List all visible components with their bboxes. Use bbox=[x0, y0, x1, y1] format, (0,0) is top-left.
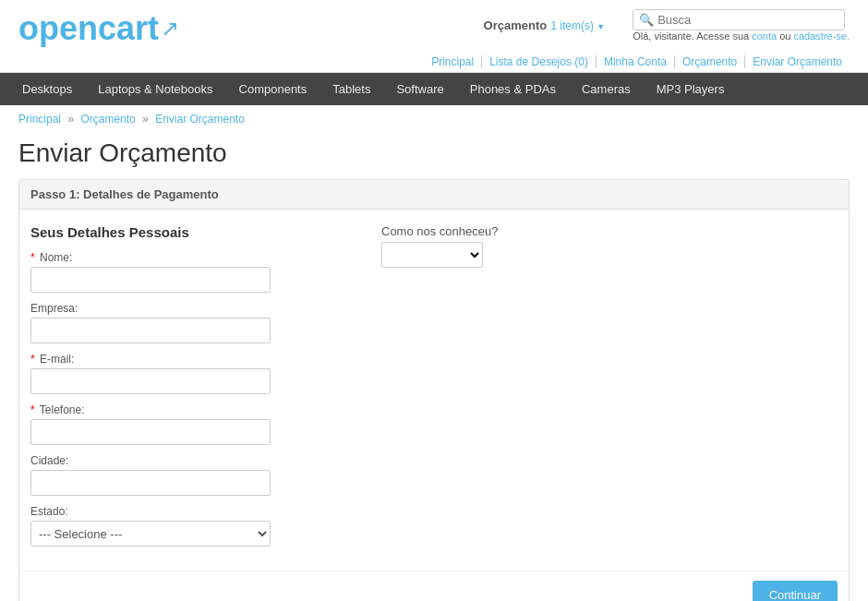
cadastre-link[interactable]: cadastre-se. bbox=[793, 30, 850, 42]
form-group-telefone: * Telefone: bbox=[30, 403, 344, 445]
nav-laptops[interactable]: Laptops & Notebooks bbox=[85, 73, 225, 105]
cart-label: Orçamento bbox=[484, 18, 548, 32]
required-star-email: * bbox=[30, 353, 35, 366]
nav-components[interactable]: Components bbox=[226, 73, 320, 105]
visitor-info: Olá, visitante. Acesse sua conta ou cada… bbox=[633, 30, 850, 42]
nav-phones[interactable]: Phones & PDAs bbox=[457, 73, 569, 105]
form-group-email: * E-mail: bbox=[30, 353, 344, 394]
form-group-nome: * Nome: bbox=[30, 251, 344, 293]
cart-items[interactable]: 1 item(s) ▼ bbox=[550, 19, 605, 32]
select-how[interactable] bbox=[381, 242, 483, 268]
continue-button[interactable]: Continuar bbox=[753, 581, 838, 601]
label-estado: Estado: bbox=[30, 505, 344, 518]
top-nav: Principal Lista de Desejos (0) Minha Con… bbox=[0, 52, 868, 73]
step1-body: Seus Detalhes Pessoais * Nome: Empresa: … bbox=[19, 210, 849, 571]
label-empresa: Empresa: bbox=[30, 302, 344, 315]
step1-panel: Passo 1: Detalhes de Pagamento Seus Deta… bbox=[18, 179, 850, 601]
form-right: Como nos conheceu? bbox=[381, 224, 838, 556]
continue-area: Continuar bbox=[19, 571, 849, 601]
content-area: Passo 1: Detalhes de Pagamento Seus Deta… bbox=[0, 179, 868, 601]
top-nav-principal[interactable]: Principal bbox=[424, 55, 482, 68]
nav-tablets[interactable]: Tablets bbox=[319, 73, 383, 105]
input-empresa[interactable] bbox=[30, 318, 271, 343]
required-star-telefone: * bbox=[30, 403, 35, 416]
label-cidade: Cidade: bbox=[30, 454, 344, 467]
nav-mp3[interactable]: MP3 Players bbox=[644, 73, 738, 105]
breadcrumb-sep1: » bbox=[67, 113, 74, 126]
form-section-title: Seus Detalhes Pessoais bbox=[30, 224, 344, 240]
logo-cart-icon: ↗ bbox=[161, 16, 179, 42]
input-telefone[interactable] bbox=[30, 419, 271, 445]
page-title: Enviar Orçamento bbox=[0, 133, 868, 179]
label-email: * E-mail: bbox=[30, 353, 344, 366]
label-how: Como nos conheceu? bbox=[381, 224, 838, 238]
label-telefone: * Telefone: bbox=[30, 403, 344, 416]
breadcrumb-principal[interactable]: Principal bbox=[18, 113, 61, 126]
conta-link[interactable]: conta bbox=[752, 30, 777, 42]
form-group-cidade: Cidade: bbox=[30, 454, 344, 496]
search-input[interactable] bbox=[657, 13, 838, 27]
input-email[interactable] bbox=[30, 368, 271, 394]
top-nav-enviar-orcamento[interactable]: Enviar Orçamento bbox=[745, 55, 850, 68]
main-nav: Desktops Laptops & Notebooks Components … bbox=[0, 73, 868, 105]
breadcrumb-enviar[interactable]: Enviar Orçamento bbox=[155, 113, 245, 126]
nav-cameras[interactable]: Cameras bbox=[569, 73, 644, 105]
select-estado[interactable]: --- Selecione --- bbox=[30, 521, 271, 547]
form-group-how: Como nos conheceu? bbox=[381, 224, 838, 268]
nav-desktops[interactable]: Desktops bbox=[9, 73, 85, 105]
input-nome[interactable] bbox=[30, 267, 271, 293]
cart-dropdown-icon: ▼ bbox=[597, 22, 605, 31]
form-group-estado: Estado: --- Selecione --- bbox=[30, 505, 344, 547]
logo-text: opencart bbox=[18, 9, 159, 48]
input-cidade[interactable] bbox=[30, 470, 271, 496]
nav-software[interactable]: Software bbox=[383, 73, 456, 105]
breadcrumb-sep2: » bbox=[142, 113, 149, 126]
form-group-empresa: Empresa: bbox=[30, 302, 344, 343]
label-nome: * Nome: bbox=[30, 251, 344, 264]
breadcrumb-orcamento[interactable]: Orçamento bbox=[80, 113, 135, 126]
top-nav-orcamento[interactable]: Orçamento bbox=[675, 55, 745, 68]
step1-header: Passo 1: Detalhes de Pagamento bbox=[19, 180, 849, 210]
top-nav-wishlist[interactable]: Lista de Desejos (0) bbox=[482, 55, 597, 68]
breadcrumb: Principal » Orçamento » Enviar Orçamento bbox=[0, 105, 868, 133]
cart-block: Orçamento 1 item(s) ▼ bbox=[484, 18, 606, 32]
required-star-nome: * bbox=[30, 251, 35, 264]
header-right: Orçamento 1 item(s) ▼ 🔍 Olá, visitante. … bbox=[484, 9, 850, 42]
search-icon: 🔍 bbox=[639, 13, 654, 27]
search-container: 🔍 Olá, visitante. Acesse sua conta ou ca… bbox=[633, 9, 850, 42]
top-nav-minha-conta[interactable]: Minha Conta bbox=[597, 55, 675, 68]
logo: opencart ↗ bbox=[18, 9, 179, 48]
form-personal: Seus Detalhes Pessoais * Nome: Empresa: … bbox=[30, 224, 344, 556]
